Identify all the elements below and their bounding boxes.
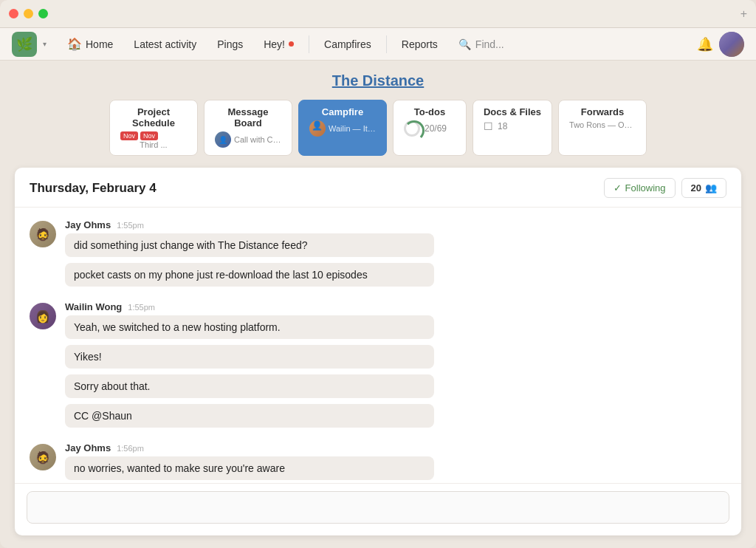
msg-meta-2: Wailin Wong 1:55pm (65, 301, 726, 312)
tab-message-board-subtitle: Call with Chris Bannon of ... (234, 135, 281, 144)
tab-todos-preview: 20/69 (404, 120, 456, 137)
people-count-button[interactable]: 20 👥 (681, 178, 726, 198)
chat-panel: Thursday, February 4 ✓ Following 20 👥 🧔 (15, 168, 741, 535)
chat-date: Thursday, February 4 (30, 181, 157, 196)
msg-bubble-2-3: Sorry about that. (65, 374, 434, 398)
nav-home[interactable]: 🏠 Home (58, 33, 122, 55)
nav-campfires-label: Campfires (324, 38, 371, 50)
following-button[interactable]: ✓ Following (604, 178, 676, 198)
tab-campfire-subtitle: Wailin — It can (329, 124, 376, 133)
close-button[interactable] (9, 9, 18, 18)
people-count-number: 20 (691, 182, 701, 193)
msg-time-2: 1:55pm (128, 303, 155, 312)
chat-actions: ✓ Following 20 👥 (604, 178, 726, 198)
nav-home-label: Home (86, 38, 113, 50)
maximize-button[interactable] (38, 9, 48, 18)
message-group-1: 🧔 Jay Ohms 1:55pm did something just cha… (30, 219, 726, 290)
tab-docs-files-preview: ☐ 18 (484, 120, 541, 132)
jay-ohms-avatar-1: 🧔 (30, 221, 56, 247)
hey-dot-icon (289, 41, 294, 47)
nav-find-label: Find... (475, 38, 504, 50)
msg-bubble-2-2: Yikes! (65, 345, 434, 369)
tab-docs-count: 18 (498, 121, 507, 131)
main-content: The Distance Project Schedule Nov Nov Th… (0, 61, 756, 548)
nav-reports[interactable]: Reports (393, 35, 447, 54)
msg-content-2: Wailin Wong 1:55pm Yeah, we switched to … (65, 301, 726, 431)
msg-author-3: Jay Ohms (65, 442, 111, 453)
jay-ohms-avatar-2: 🧔 (30, 444, 56, 470)
msg-time-3: 1:56pm (117, 444, 144, 453)
calendar-badge-nov2: Nov (140, 131, 158, 140)
chat-messages[interactable]: 🧔 Jay Ohms 1:55pm did something just cha… (15, 208, 741, 483)
tab-message-board-preview: 👤 Call with Chris Bannon of ... (215, 131, 281, 148)
message-board-avatar: 👤 (215, 131, 231, 148)
tab-project-schedule-subtitle: Third ... (120, 140, 187, 149)
new-window-button[interactable]: + (740, 7, 747, 21)
msg-author-2: Wailin Wong (65, 301, 122, 312)
logo-icon: 🌿 (16, 36, 32, 52)
nav-campfires[interactable]: Campfires (315, 35, 380, 54)
tab-todos-title: To-dos (404, 106, 456, 117)
home-icon: 🏠 (67, 37, 82, 51)
people-icon: 👥 (705, 182, 717, 193)
campfire-avatar: 👤 (309, 120, 326, 137)
following-label: Following (625, 182, 666, 193)
nav-latest-activity[interactable]: Latest activity (125, 35, 205, 54)
tab-message-board[interactable]: Message Board 👤 Call with Chris Bannon o… (204, 100, 292, 156)
nav-pings[interactable]: Pings (208, 35, 252, 54)
nav-reports-label: Reports (402, 38, 438, 50)
docs-checkbox-icon: ☐ (484, 120, 493, 132)
nav-right: 🔔 (697, 32, 744, 57)
msg-time-1: 1:55pm (117, 221, 144, 230)
tab-todos-count: 20/69 (425, 123, 447, 134)
tab-project-schedule[interactable]: Project Schedule Nov Nov Third ... (109, 100, 198, 156)
nav-latest-activity-label: Latest activity (134, 38, 196, 50)
msg-bubble-1-1: did something just change with The Dista… (65, 233, 434, 257)
tab-campfire-preview: 👤 Wailin — It can (309, 120, 376, 137)
project-title-link[interactable]: The Distance (332, 72, 424, 89)
chat-input-area (15, 483, 741, 535)
nav-search[interactable]: 🔍 Find... (450, 35, 513, 54)
nav-hey[interactable]: Hey! (255, 35, 303, 54)
minimize-button[interactable] (24, 9, 33, 18)
checkmark-icon: ✓ (614, 182, 622, 193)
msg-bubbles-1: did something just change with The Dista… (65, 233, 726, 290)
tab-forwards[interactable]: Forwards Two Rons — Oh Wa... (558, 100, 647, 156)
msg-meta-3: Jay Ohms 1:56pm (65, 442, 726, 453)
tab-project-schedule-title: Project Schedule (120, 106, 187, 129)
tab-campfire-title: Campfire (309, 106, 376, 117)
tab-campfire[interactable]: Campfire 👤 Wailin — It can (298, 100, 387, 156)
chat-header: Thursday, February 4 ✓ Following 20 👥 (15, 168, 741, 208)
search-icon: 🔍 (458, 38, 471, 50)
msg-bubble-1-2: pocket casts on my phone just re-downloa… (65, 263, 434, 287)
nav-pings-label: Pings (217, 38, 243, 50)
tab-todos[interactable]: To-dos 20/69 (393, 100, 467, 156)
msg-content-1: Jay Ohms 1:55pm did something just chang… (65, 219, 726, 290)
msg-bubble-2-4: CC @Shaun (65, 404, 434, 428)
msg-meta-1: Jay Ohms 1:55pm (65, 219, 726, 230)
message-group-3: 🧔 Jay Ohms 1:56pm no worries, wanted to … (30, 442, 726, 483)
todo-progress-circle (404, 120, 420, 137)
tab-forwards-title: Forwards (569, 106, 636, 117)
message-group-2: 👩 Wailin Wong 1:55pm Yeah, we switched t… (30, 301, 726, 431)
tab-forwards-subtitle: Two Rons — Oh Wa... (569, 120, 636, 129)
msg-content-3: Jay Ohms 1:56pm no worries, wanted to ma… (65, 442, 726, 483)
project-title: The Distance (15, 72, 741, 89)
chat-input[interactable] (27, 491, 729, 524)
tab-message-board-title: Message Board (215, 106, 281, 129)
avatar-image (719, 32, 744, 57)
logo-caret-icon[interactable]: ▾ (43, 40, 47, 48)
tab-docs-files-title: Docs & Files (484, 106, 541, 117)
nav-divider (309, 35, 309, 53)
tab-docs-files[interactable]: Docs & Files ☐ 18 (472, 100, 552, 156)
app-logo[interactable]: 🌿 (12, 32, 37, 57)
msg-bubble-3-1: no worries, wanted to make sure you're a… (65, 456, 434, 480)
traffic-lights (9, 9, 48, 18)
msg-bubbles-3: no worries, wanted to make sure you're a… (65, 456, 726, 483)
msg-author-1: Jay Ohms (65, 219, 111, 230)
nav-divider-2 (386, 35, 387, 53)
notifications-bell-icon[interactable]: 🔔 (697, 36, 713, 52)
msg-bubble-2-1: Yeah, we switched to a new hosting platf… (65, 315, 434, 339)
user-avatar[interactable] (719, 32, 744, 57)
wailin-wong-avatar: 👩 (30, 303, 56, 329)
